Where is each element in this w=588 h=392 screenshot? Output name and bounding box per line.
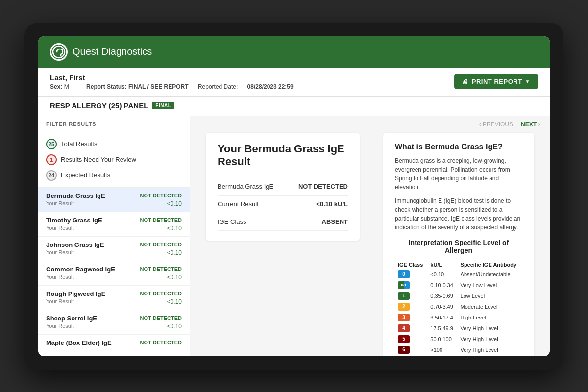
detail-left: Your Bermuda Grass IgE Result Bermuda Gr… — [198, 133, 368, 356]
filter-expected[interactable]: 24 Expected Results — [38, 168, 190, 183]
screen: Quest Diagnostics Last, First Sex: M Rep… — [38, 36, 550, 356]
next-button[interactable]: NEXT › — [521, 121, 540, 128]
detail-right: What is Bermuda Grass IgE? Bermuda grass… — [375, 133, 542, 356]
expected-label: Expected Results — [61, 172, 110, 179]
chevron-right-icon: › — [538, 121, 540, 128]
interp-title: Interpretation Specific Level of Allerge… — [395, 239, 522, 254]
table-row-current: Current Result <0.10 kU/L — [218, 195, 348, 213]
filter-options: 25 Total Results 1 Results Need Your Rev… — [38, 132, 190, 188]
patient-name: Last, First — [50, 74, 301, 82]
interp-row-2: 2 0.70-3.49 Moderate Level — [395, 301, 522, 312]
panel-title: RESP ALLERGY (25) PANEL FINAL — [50, 101, 538, 110]
total-label: Total Results — [61, 140, 97, 147]
filter-header: FILTER RESULTS — [38, 116, 190, 132]
table-row-name: Bermuda Grass IgE NOT DETECTED — [218, 178, 348, 196]
interp-row-6: 6 >100 Very High Level — [395, 344, 522, 355]
expected-count-badge: 24 — [46, 170, 57, 181]
detail-two-col: Your Bermuda Grass IgE Result Bermuda Gr… — [198, 133, 542, 356]
print-report-button[interactable]: 🖨 PRINT REPORT ▼ — [454, 74, 538, 89]
report-status: Report Status: FINAL / SEE REPORT — [86, 83, 188, 90]
chevron-left-icon: ‹ — [479, 121, 481, 128]
interp-row-4: 4 17.5-49.9 Very High Level — [395, 323, 522, 334]
patient-meta: Sex: M Report Status: FINAL / SEE REPORT… — [50, 83, 301, 90]
info-card: What is Bermuda Grass IgE? Bermuda grass… — [383, 133, 534, 356]
logo-text: Quest Diagnostics — [73, 46, 152, 57]
result-item-timothy[interactable]: Timothy Grass IgE NOT DETECTED Your Resu… — [38, 212, 190, 237]
info-title: What is Bermuda Grass IgE? — [395, 143, 522, 151]
patient-bar: Last, First Sex: M Report Status: FINAL … — [38, 68, 550, 97]
result-item-ragweed[interactable]: Common Ragweed IgE NOT DETECTED Your Res… — [38, 261, 190, 286]
result-item-sorrel[interactable]: Sheep Sorrel IgE NOT DETECTED Your Resul… — [38, 310, 190, 335]
results-list: Bermuda Grass IgE NOT DETECTED Your Resu… — [38, 188, 190, 352]
chevron-down-icon: ▼ — [525, 79, 530, 84]
logo-area: Quest Diagnostics — [50, 43, 152, 61]
detail-nav: ‹ PREVIOUS NEXT › — [190, 116, 550, 133]
printer-icon: 🖨 — [462, 78, 469, 85]
sidebar: FILTER RESULTS 25 Total Results 1 Result… — [38, 116, 190, 356]
device-frame: Quest Diagnostics Last, First Sex: M Rep… — [24, 23, 564, 370]
sex-label: Sex: M — [50, 83, 77, 90]
result-item-bermuda[interactable]: Bermuda Grass IgE NOT DETECTED Your Resu… — [38, 188, 190, 212]
total-count-badge: 25 — [46, 139, 57, 149]
patient-info: Last, First Sex: M Report Status: FINAL … — [50, 74, 301, 90]
review-count-badge: 1 — [46, 154, 57, 165]
result-item-johnson[interactable]: Johnson Grass IgE NOT DETECTED Your Resu… — [38, 237, 190, 261]
result-item-maple[interactable]: Maple (Box Elder) IgE NOT DETECTED — [38, 335, 190, 352]
info-paragraph-2: Immunoglobulin E (IgE) blood test is don… — [395, 196, 522, 232]
panel-title-bar: RESP ALLERGY (25) PANEL FINAL — [38, 97, 550, 116]
logo-icon — [50, 43, 68, 61]
interp-row-0: 0 <0.10 Absent/Undetectable — [395, 269, 522, 280]
interp-row-5: 5 50.0-100 Very High Level — [395, 334, 522, 344]
filter-total[interactable]: 25 Total Results — [38, 136, 190, 152]
result-table: Bermuda Grass IgE NOT DETECTED Current R… — [218, 178, 348, 231]
result-card: Your Bermuda Grass IgE Result Bermuda Gr… — [206, 133, 360, 241]
interpretation-section: Interpretation Specific Level of Allerge… — [395, 239, 522, 355]
table-row-class: IGE Class ABSENT — [218, 213, 348, 230]
detail-panel: ‹ PREVIOUS NEXT › Your Bermuda Grass IgE… — [190, 116, 550, 356]
interp-table: IGE Class kU/L Specific IGE Antibody 0 — [395, 260, 522, 355]
app-header: Quest Diagnostics — [38, 36, 550, 68]
interp-row-1: 1 0.35-0.69 Low Level — [395, 291, 522, 301]
previous-button[interactable]: ‹ PREVIOUS — [479, 121, 513, 128]
review-label: Results Need Your Review — [61, 156, 136, 163]
result-card-title: Your Bermuda Grass IgE Result — [218, 143, 348, 168]
reported-date: Reported Date: 08/28/2023 22:59 — [198, 83, 294, 90]
final-badge: FINAL — [152, 102, 174, 109]
result-item-pigweed[interactable]: Rough Pigweed IgE NOT DETECTED Your Resu… — [38, 286, 190, 310]
interp-row-3: 3 3.50-17.4 High Level — [395, 312, 522, 323]
interp-row-01: 0/1 0.10-0.34 Very Low Level — [395, 280, 522, 291]
filter-review[interactable]: 1 Results Need Your Review — [38, 152, 190, 168]
info-paragraph-1: Bermuda grass is a creeping, low-growing… — [395, 156, 522, 192]
main-content: FILTER RESULTS 25 Total Results 1 Result… — [38, 116, 550, 356]
